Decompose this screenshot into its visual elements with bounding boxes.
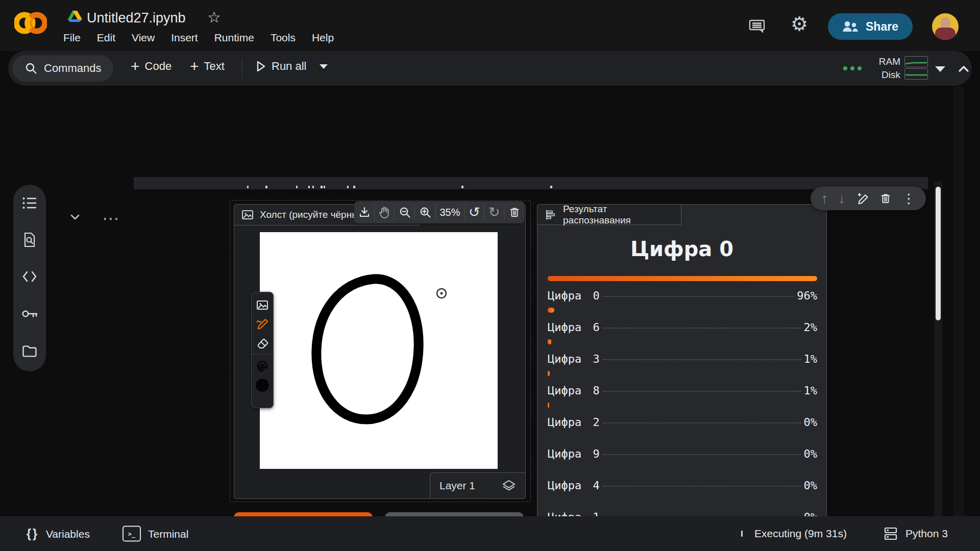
settings-gear-icon[interactable]: ⚙ — [791, 14, 808, 34]
left-sidebar — [13, 185, 46, 371]
disk-sparkline[interactable] — [904, 68, 928, 80]
dotted-leader — [603, 486, 801, 487]
colab-window: Untitled27.ipynb ☆ File Edit View Insert… — [0, 0, 980, 551]
notebook-toolbar: Commands + Code + Text Run all — [8, 51, 972, 86]
result-header-title: Результат распознавания — [563, 204, 674, 226]
digit-percent: 0% — [804, 479, 818, 492]
menu-edit[interactable]: Edit — [97, 32, 115, 44]
current-color-swatch[interactable] — [252, 375, 273, 394]
zoom-in-icon[interactable] — [419, 206, 431, 218]
undo-icon[interactable]: ↺ — [469, 206, 480, 219]
commands-button[interactable]: Commands — [12, 55, 113, 82]
braces-icon: {} — [27, 527, 39, 541]
resource-labels: RAM Disk — [868, 55, 900, 82]
chevron-down-icon[interactable] — [320, 64, 328, 69]
bar-chart-icon — [545, 209, 557, 221]
add-text-label: Text — [204, 60, 225, 73]
menu-file[interactable]: File — [63, 32, 81, 44]
cell-options-icon[interactable]: ⋯ — [102, 208, 120, 229]
cell-toolbar: ↑ ↓ ⋮ — [811, 187, 926, 210]
menu-view[interactable]: View — [132, 32, 155, 44]
drive-icon — [67, 10, 83, 24]
terminal-button[interactable]: >_ Terminal — [122, 526, 188, 542]
collapse-cell-icon[interactable] — [67, 209, 83, 224]
add-text-button[interactable]: + Text — [190, 60, 225, 73]
dotted-leader — [603, 296, 794, 297]
drawing-canvas[interactable] — [260, 232, 498, 469]
share-button[interactable]: Share — [828, 13, 913, 40]
probability-row: Цифра 20% — [548, 403, 817, 434]
add-code-button[interactable]: + Code — [131, 60, 172, 73]
digit-label: Цифра 2 — [548, 416, 600, 429]
insert-image-tool[interactable] — [252, 295, 273, 314]
pan-hand-icon[interactable] — [379, 206, 390, 218]
notebook-title[interactable]: Untitled27.ipynb — [87, 10, 186, 26]
table-of-contents-icon[interactable] — [22, 196, 37, 210]
avatar[interactable] — [932, 13, 959, 40]
predicted-digit-heading: Цифра 0 — [537, 237, 826, 261]
comments-icon[interactable] — [748, 18, 766, 35]
menu-runtime[interactable]: Runtime — [214, 32, 254, 44]
dotted-leader — [603, 422, 801, 423]
variables-label: Variables — [46, 528, 90, 540]
canvas-zoom-level[interactable]: 35% — [439, 207, 460, 218]
drawing-tools-panel — [251, 292, 274, 408]
toolbar-divider — [242, 59, 242, 78]
status-bar: {} Variables >_ Terminal Executing (9m 3… — [0, 516, 980, 551]
digit-percent: 96% — [797, 289, 817, 302]
kernel-label: Python 3 — [905, 528, 948, 540]
code-snippets-icon[interactable] — [22, 270, 37, 283]
palette-color-tool[interactable] — [252, 357, 273, 375]
secrets-key-icon[interactable] — [21, 307, 38, 320]
eraser-tool[interactable] — [252, 333, 273, 352]
layer-selector[interactable]: Layer 1 — [430, 472, 525, 498]
terminal-label: Terminal — [148, 528, 188, 540]
window-scrollbar-track[interactable] — [953, 87, 964, 551]
spinner-tick — [741, 531, 743, 537]
files-folder-icon[interactable] — [22, 344, 37, 358]
probability-row: Цифра 62% — [548, 308, 817, 339]
dotted-leader — [603, 454, 801, 455]
layers-icon — [502, 479, 516, 492]
move-cell-up-icon[interactable]: ↑ — [821, 192, 828, 206]
zoom-out-icon[interactable] — [399, 206, 411, 218]
more-actions-icon[interactable]: ⋮ — [902, 192, 916, 205]
move-cell-down-icon[interactable]: ↓ — [839, 192, 846, 206]
menu-insert[interactable]: Insert — [171, 32, 198, 44]
collapse-toolbar-icon[interactable] — [957, 62, 971, 76]
menu-help[interactable]: Help — [312, 32, 334, 44]
ram-sparkline[interactable] — [904, 56, 928, 67]
canvas-toolbar: 35% ↺ ↻ — [354, 201, 525, 223]
digit-label: Цифра 9 — [548, 447, 600, 460]
result-widget: Результат распознавания Цифра 0 Цифра 09… — [537, 204, 827, 551]
probability-line: Цифра 40% — [548, 479, 817, 492]
delete-cell-icon[interactable] — [879, 192, 892, 205]
executing-label: Executing (9m 31s) — [754, 528, 847, 540]
resources-dropdown-icon[interactable] — [935, 66, 945, 72]
find-replace-icon[interactable] — [22, 232, 37, 247]
notebook-scrollbar-thumb[interactable] — [936, 187, 941, 320]
digit-percent: 2% — [804, 321, 818, 334]
share-label: Share — [866, 20, 898, 34]
ai-edit-icon[interactable] — [856, 192, 869, 205]
kernel-status[interactable]: Python 3 — [883, 526, 948, 541]
menu-tools[interactable]: Tools — [271, 32, 296, 44]
pencil-tool-selected[interactable] — [252, 314, 273, 333]
probability-line: Цифра 20% — [548, 416, 817, 429]
download-icon[interactable] — [358, 206, 371, 218]
redo-icon[interactable]: ↻ — [488, 206, 500, 219]
probability-line: Цифра 81% — [548, 384, 817, 397]
clear-canvas-trash-icon[interactable] — [508, 206, 521, 218]
search-icon — [24, 62, 38, 75]
header-bar: Untitled27.ipynb ☆ File Edit View Insert… — [0, 0, 980, 51]
result-widget-header: Результат распознавания — [537, 205, 681, 225]
image-icon — [241, 209, 254, 220]
run-all-button[interactable]: Run all — [254, 60, 328, 73]
probability-row: Цифра 40% — [548, 466, 817, 497]
disk-label: Disk — [868, 68, 900, 82]
probability-line: Цифра 31% — [548, 353, 817, 365]
variables-button[interactable]: {} Variables — [27, 527, 90, 541]
star-icon[interactable]: ☆ — [207, 8, 221, 26]
colab-logo[interactable] — [14, 8, 47, 38]
digit-percent: 1% — [804, 353, 818, 365]
